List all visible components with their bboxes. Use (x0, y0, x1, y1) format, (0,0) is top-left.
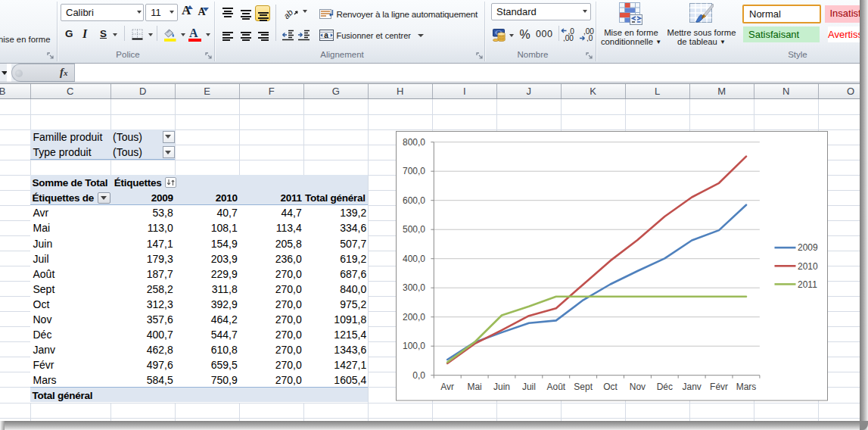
svg-text:Juin: Juin (493, 382, 509, 392)
svg-text:0,0: 0,0 (412, 370, 425, 381)
svg-text:Nov: Nov (629, 382, 645, 392)
svg-text:700,0: 700,0 (402, 167, 425, 177)
svg-text:Sept: Sept (574, 382, 593, 392)
svg-text:Mars: Mars (736, 382, 756, 392)
svg-text:100,0: 100,0 (402, 341, 425, 352)
svg-text:500,0: 500,0 (402, 225, 425, 235)
svg-text:300,0: 300,0 (402, 283, 425, 294)
svg-text:Oct: Oct (603, 382, 618, 392)
svg-text:800,0: 800,0 (402, 137, 425, 148)
svg-text:600,0: 600,0 (402, 195, 425, 206)
svg-text:400,0: 400,0 (402, 254, 425, 264)
svg-text:a: a (324, 31, 328, 39)
svg-text:Déc: Déc (656, 382, 672, 392)
svg-text:2011: 2011 (798, 279, 817, 290)
svg-text:2009: 2009 (798, 243, 818, 254)
svg-text:Avr: Avr (440, 382, 454, 392)
svg-text:Janv: Janv (682, 382, 701, 392)
svg-text:ab: ab (283, 8, 294, 20)
svg-text:2010: 2010 (798, 261, 818, 272)
svg-text:,00: ,00 (563, 34, 574, 42)
svg-text:Févr: Févr (710, 382, 728, 392)
svg-text:Juil: Juil (521, 382, 535, 392)
svg-text:Mai: Mai (467, 382, 481, 392)
svg-text:Août: Août (546, 382, 565, 392)
svg-text:200,0: 200,0 (402, 312, 425, 322)
